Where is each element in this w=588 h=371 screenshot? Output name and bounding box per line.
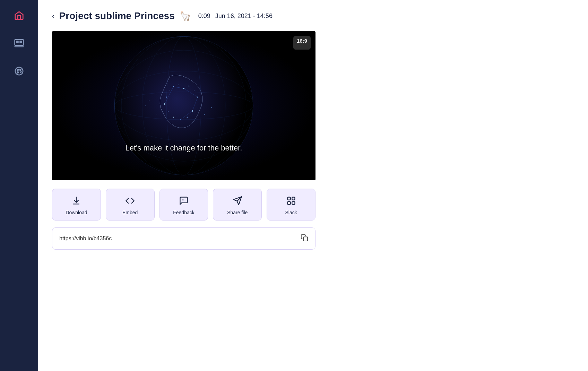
svg-point-43 [182,200,183,200]
svg-rect-51 [292,201,295,204]
embed-label: Embed [122,210,138,215]
svg-point-5 [17,69,18,70]
home-icon[interactable] [10,7,28,24]
video-thumbnail [52,31,315,180]
palette-icon[interactable] [10,62,28,80]
url-text: https://vibb.io/b4356c [59,235,112,242]
download-label: Download [66,210,87,215]
svg-point-20 [189,86,190,87]
svg-point-18 [178,85,179,85]
svg-rect-1 [16,41,19,43]
svg-point-41 [204,114,205,115]
svg-rect-2 [19,41,22,43]
svg-point-42 [145,105,146,106]
share-button[interactable]: Share file [213,189,262,221]
video-date: Jun 16, 2021 - 14:56 [215,12,273,20]
svg-rect-52 [303,237,308,241]
copy-button[interactable] [301,234,308,243]
collapse-chevron[interactable]: ‹ [52,12,54,20]
embed-icon [125,196,135,206]
svg-point-6 [20,69,21,70]
feedback-label: Feedback [173,210,194,215]
svg-point-28 [168,111,168,112]
svg-point-30 [166,97,167,98]
aspect-ratio-badge[interactable]: 16:9 [293,36,311,50]
header: ‹ Project sublime Princess 🦙 0:09 Jun 16… [52,10,574,21]
svg-point-37 [149,100,149,101]
embed-button[interactable]: Embed [106,189,155,221]
svg-point-23 [196,104,196,104]
slack-icon [286,196,296,206]
svg-point-45 [184,200,185,200]
svg-point-38 [211,107,212,108]
svg-point-9 [114,36,253,175]
svg-point-39 [156,114,156,115]
svg-point-25 [187,117,188,118]
llama-emoji: 🦙 [180,11,191,21]
slack-label: Slack [285,210,297,215]
project-title: Project sublime Princess [59,10,175,21]
svg-point-4 [15,67,23,75]
svg-rect-49 [292,197,295,200]
svg-point-40 [208,92,208,92]
svg-point-21 [194,90,194,91]
slack-button[interactable]: Slack [267,189,315,221]
svg-rect-50 [287,201,290,204]
video-duration: 0:09 [198,12,210,20]
aspect-ratio-arrow [300,45,304,48]
video-player[interactable]: Let's make it change for the better. 16:… [52,31,315,180]
svg-rect-48 [287,197,290,200]
share-icon [233,196,242,206]
svg-point-44 [183,200,184,200]
sidebar [0,0,38,371]
feedback-button[interactable]: Feedback [159,189,208,221]
svg-point-27 [173,117,174,118]
share-label: Share file [227,210,248,215]
svg-point-31 [170,90,170,90]
download-button[interactable]: Download [52,189,101,221]
media-icon[interactable] [10,35,28,52]
download-icon [71,196,81,206]
svg-point-7 [17,72,18,73]
url-bar: https://vibb.io/b4356c [52,227,315,250]
main-content: ‹ Project sublime Princess 🦙 0:09 Jun 16… [38,0,588,371]
action-buttons: Download Embed Feedback Share file [52,189,315,221]
video-subtitle: Let's make it change for the better. [126,144,242,153]
feedback-icon [179,196,189,206]
